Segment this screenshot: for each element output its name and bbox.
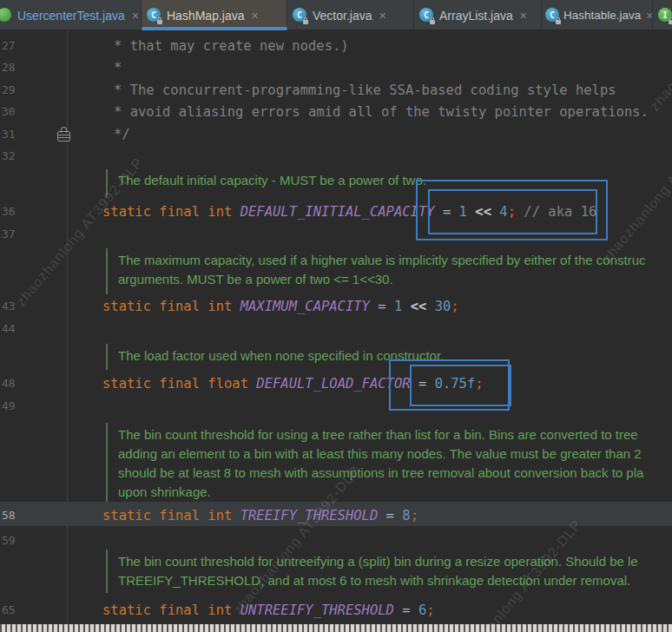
doc-comment-bar — [106, 248, 108, 294]
doc-comment-line[interactable]: arguments. MUST be a power of two <= 1<<… — [118, 271, 393, 288]
class-icon: C — [545, 8, 560, 23]
close-tab-icon[interactable]: × — [252, 9, 259, 23]
doc-comment-line[interactable]: should be at least 8 to mesh with assump… — [118, 464, 643, 482]
line-number[interactable]: 49 — [2, 395, 36, 418]
tab-hashmap-java[interactable]: C HashMap.java × — [142, 0, 287, 30]
tab-label: ArrayList.java — [439, 9, 513, 23]
code-token: ; — [426, 602, 434, 618]
annotation-box — [410, 365, 511, 406]
code-token: 1 — [394, 299, 402, 314]
code-token — [426, 299, 434, 314]
comment-line[interactable]: */ — [114, 123, 130, 146]
line-number[interactable]: 65 — [2, 599, 36, 622]
tab-label: HashMap.java — [167, 9, 245, 23]
line-number[interactable]: 28 — [2, 56, 36, 79]
code-token: ; — [451, 299, 458, 314]
code-token: static final int — [102, 602, 240, 618]
doc-comment-bar — [106, 344, 108, 370]
gutter-lock-icon[interactable] — [57, 131, 70, 142]
comment-line[interactable]: * The concurrent-programming-like SSA-ba… — [114, 79, 616, 102]
code-editor[interactable]: 27* that may create new nodes.)28*29* Th… — [0, 30, 672, 624]
tab-partial-next[interactable]: I — [653, 0, 672, 30]
code-line[interactable]: static final int TREEIFY_THRESHOLD = 8; — [102, 504, 418, 527]
doc-comment-line[interactable]: TREEIFY_THRESHOLD, and at most 6 to mesh… — [118, 572, 630, 589]
ide-window: UsercenterTest.java × C HashMap.java × C… — [0, 0, 672, 632]
code-token: 8 — [402, 508, 410, 523]
doc-comment-line[interactable]: The default initial capacity - MUST be a… — [118, 172, 426, 189]
line-number[interactable]: 29 — [2, 79, 36, 102]
code-token: static final int — [102, 204, 240, 220]
code-token: = — [394, 602, 418, 618]
code-token: static final int — [102, 508, 240, 523]
class-icon: C — [147, 8, 161, 23]
code-token: 30 — [435, 299, 451, 314]
code-token: << — [411, 299, 427, 314]
line-number[interactable]: 58 — [2, 504, 36, 527]
doc-comment-bar — [106, 550, 108, 593]
tab-label: Vector.java — [313, 9, 372, 23]
close-tab-icon[interactable]: × — [520, 9, 527, 23]
line-number[interactable]: 30 — [2, 101, 36, 123]
close-tab-icon[interactable]: × — [379, 9, 386, 23]
doc-comment-bar — [106, 169, 108, 197]
comment-line[interactable]: * that may create new nodes.) — [114, 35, 349, 57]
code-token: UNTREEIFY_THRESHOLD — [240, 602, 394, 618]
class-icon: C — [419, 8, 434, 23]
tab-hashtable-java[interactable]: C Hashtable.java × — [542, 0, 653, 30]
lock-badge-icon — [430, 20, 435, 24]
tab-label: UsercenterTest.java — [17, 9, 125, 23]
tab-usercentertest-java[interactable]: UsercenterTest.java × — [0, 0, 142, 30]
doc-comment-line[interactable]: upon shrinkage. — [118, 484, 211, 501]
window-edge-strip — [0, 624, 672, 632]
code-token: static final float — [102, 376, 256, 392]
lock-badge-icon — [157, 20, 162, 24]
code-token: DEFAULT_INITIAL_CAPACITY — [240, 204, 435, 220]
comment-line[interactable]: * — [114, 56, 122, 79]
class-icon: C — [293, 8, 307, 23]
line-number[interactable]: 48 — [2, 372, 36, 395]
line-number[interactable]: 31 — [2, 123, 36, 146]
doc-comment-line[interactable]: The bin count threshold for untreeifying… — [118, 553, 638, 570]
close-tab-icon[interactable]: × — [132, 9, 139, 23]
code-token: = — [370, 299, 394, 314]
lock-badge-icon — [556, 20, 561, 24]
code-line[interactable]: static final int UNTREEIFY_THRESHOLD = 6… — [102, 599, 435, 622]
line-number[interactable]: 27 — [2, 35, 36, 57]
code-token: static final int — [102, 299, 240, 314]
line-number[interactable]: 59 — [2, 530, 36, 552]
code-token: = — [378, 508, 402, 523]
doc-comment-line[interactable]: adding an element to a bin with at least… — [118, 445, 642, 463]
line-number[interactable]: 36 — [2, 201, 36, 223]
code-token: TREEIFY_THRESHOLD — [240, 508, 379, 523]
line-number[interactable]: 44 — [2, 318, 36, 340]
comment-line[interactable]: * avoid aliasing errors amid all of the … — [114, 101, 649, 123]
annotation-box — [428, 189, 597, 234]
gutter-separator — [67, 30, 68, 624]
editor-tab-bar: UsercenterTest.java × C HashMap.java × C… — [0, 0, 672, 30]
doc-comment-line[interactable]: The bin count threshold for using a tree… — [118, 426, 638, 444]
tab-arraylist-java[interactable]: C ArrayList.java × — [414, 0, 542, 30]
code-token: MAXIMUM_CAPACITY — [240, 299, 370, 314]
doc-comment-bar — [106, 423, 108, 503]
lock-badge-icon — [669, 20, 672, 24]
active-tab-underline — [142, 27, 287, 30]
code-line[interactable]: static final int MAXIMUM_CAPACITY = 1 <<… — [102, 295, 459, 318]
lock-badge-icon — [303, 20, 308, 24]
tab-vector-java[interactable]: C Vector.java × — [287, 0, 414, 30]
test-class-icon — [0, 8, 12, 23]
doc-comment-line[interactable]: The maximum capacity, used if a higher v… — [118, 252, 646, 269]
interface-icon: I — [658, 8, 672, 23]
code-token — [402, 299, 410, 314]
line-number[interactable]: 32 — [2, 145, 36, 168]
code-token: DEFAULT_LOAD_FACTOR — [256, 376, 410, 392]
line-number[interactable]: 37 — [2, 223, 36, 246]
tab-label: Hashtable.java — [563, 9, 641, 22]
code-token: ; — [411, 508, 418, 523]
close-tab-icon[interactable]: × — [646, 9, 653, 23]
line-number[interactable]: 43 — [2, 295, 36, 318]
code-token: 6 — [418, 602, 426, 618]
